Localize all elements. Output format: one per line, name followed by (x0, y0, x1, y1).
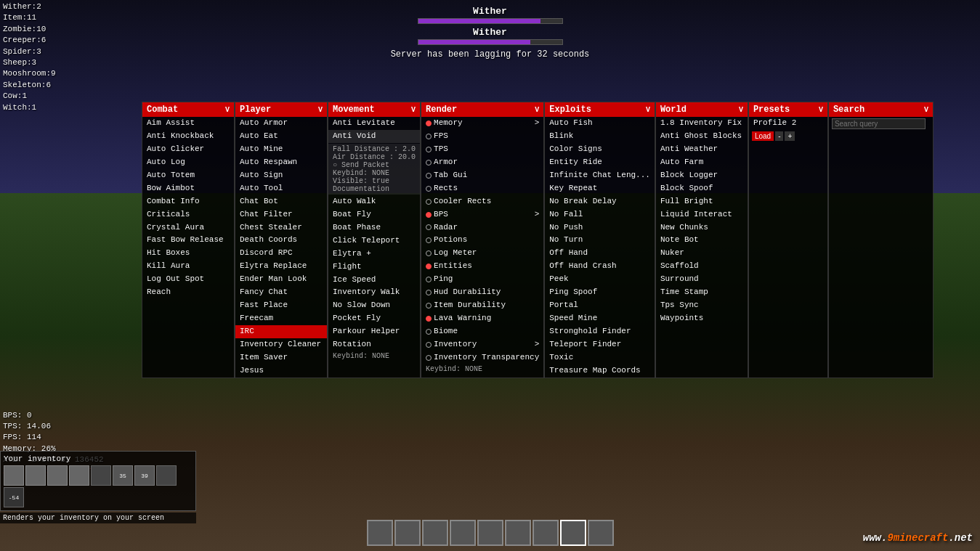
combat-crystal-aura[interactable]: Crystal Aura (142, 221, 234, 234)
world-inventory-fix[interactable]: 1.8 Inventory Fix (656, 117, 748, 130)
inv-slot-8[interactable] (156, 465, 177, 486)
movement-inventory-walk[interactable]: Inventory Walk (328, 286, 420, 299)
exploits-key-repeat[interactable]: Key Repeat (545, 182, 655, 195)
world-full-bright[interactable]: Full Bright (656, 195, 748, 208)
player-header[interactable]: Player V (235, 102, 327, 117)
exploits-blink[interactable]: Blink (545, 130, 655, 143)
hotbar-slot-8[interactable] (560, 520, 586, 546)
player-fancy-chat[interactable]: Fancy Chat (235, 286, 327, 299)
exploits-ping-spoof[interactable]: Ping Spoof (545, 286, 655, 299)
render-entities[interactable]: Entities (421, 260, 543, 273)
movement-anti-levitate[interactable]: Anti Levitate (328, 117, 420, 130)
hotbar-slot-6[interactable] (505, 520, 531, 546)
exploits-no-push[interactable]: No Push (545, 221, 655, 234)
world-auto-farm[interactable]: Auto Farm (656, 156, 748, 169)
movement-flight[interactable]: Flight (328, 261, 420, 274)
player-ender-man-look[interactable]: Ender Man Look (235, 273, 327, 286)
render-memory[interactable]: Memory > (421, 117, 543, 130)
combat-bow-aimbot[interactable]: Bow Aimbot (142, 182, 234, 195)
combat-aim-assist[interactable]: Aim Assist (142, 117, 234, 130)
player-chat-bot[interactable]: Chat Bot (235, 195, 327, 208)
player-freecam[interactable]: Freecam (235, 312, 327, 325)
presets-plus-button[interactable]: + (785, 131, 795, 141)
hotbar-slot-9[interactable] (588, 520, 614, 546)
render-radar[interactable]: Radar (421, 221, 543, 234)
player-item-saver[interactable]: Item Saver (235, 351, 327, 364)
exploits-portal[interactable]: Portal (545, 299, 655, 312)
combat-header[interactable]: Combat V (142, 102, 234, 117)
exploits-infinite-chat[interactable]: Infinite Chat Leng... (545, 169, 655, 182)
player-auto-armor[interactable]: Auto Armor (235, 117, 327, 130)
player-elytra-replace[interactable]: Elytra Replace (235, 260, 327, 273)
render-tps[interactable]: TPS (421, 143, 543, 156)
exploits-header[interactable]: Exploits V (545, 102, 655, 117)
player-discord-rpc[interactable]: Discord RPC (235, 247, 327, 260)
hotbar-slot-5[interactable] (477, 520, 503, 546)
hotbar-slot-3[interactable] (422, 520, 448, 546)
world-block-spoof[interactable]: Block Spoof (656, 182, 748, 195)
world-liquid-interact[interactable]: Liquid Interact (656, 208, 748, 221)
combat-hit-boxes[interactable]: Hit Boxes (142, 247, 234, 260)
player-death-coords[interactable]: Death Coords (235, 234, 327, 247)
combat-anti-knockback[interactable]: Anti Knockback (142, 130, 234, 143)
render-potions[interactable]: Potions (421, 234, 543, 247)
exploits-auto-fish[interactable]: Auto Fish (545, 117, 655, 130)
movement-boat-fly[interactable]: Boat Fly (328, 208, 420, 221)
inv-offhand-slot[interactable]: -54 (4, 487, 24, 507)
render-armor[interactable]: Armor (421, 156, 543, 169)
player-irc[interactable]: IRC (235, 325, 327, 338)
combat-auto-log[interactable]: Auto Log (142, 156, 234, 169)
inv-slot-4[interactable] (69, 465, 89, 486)
presets-minus-button[interactable]: - (775, 131, 783, 141)
movement-header[interactable]: Movement V (328, 102, 420, 117)
combat-auto-totem[interactable]: Auto Totem (142, 169, 234, 182)
world-new-chunks[interactable]: New Chunks (656, 221, 748, 234)
player-auto-respawn[interactable]: Auto Respawn (235, 156, 327, 169)
player-jesus[interactable]: Jesus (235, 364, 327, 377)
movement-anti-void[interactable]: Anti Void (328, 130, 420, 143)
render-rects[interactable]: Rects (421, 182, 543, 195)
render-tab-gui[interactable]: Tab Gui (421, 169, 543, 182)
render-cooler-rects[interactable]: Cooler Rects (421, 195, 543, 208)
movement-parkour-helper[interactable]: Parkour Helper (328, 325, 420, 338)
player-chat-filter[interactable]: Chat Filter (235, 208, 327, 221)
exploits-color-signs[interactable]: Color Signs (545, 143, 655, 156)
combat-criticals[interactable]: Criticals (142, 208, 234, 221)
combat-fast-bow[interactable]: Fast Bow Release (142, 234, 234, 247)
inv-slot-7[interactable]: 39 (134, 465, 155, 486)
world-surround[interactable]: Surround (656, 273, 748, 286)
exploits-off-hand[interactable]: Off Hand (545, 247, 655, 260)
world-tps-sync[interactable]: Tps Sync (656, 299, 748, 312)
hotbar-slot-2[interactable] (394, 520, 421, 546)
search-header[interactable]: Search V (829, 102, 933, 117)
movement-send-packet[interactable]: ○ Send Packet (333, 161, 416, 169)
search-input[interactable] (832, 118, 926, 129)
render-lava-warning[interactable]: Lava Warning (421, 312, 543, 325)
player-auto-mine[interactable]: Auto Mine (235, 143, 327, 156)
exploits-teleport-finder[interactable]: Teleport Finder (545, 338, 655, 351)
world-scaffold[interactable]: Scaffold (656, 260, 748, 273)
player-chest-stealer[interactable]: Chest Stealer (235, 221, 327, 234)
player-auto-eat[interactable]: Auto Eat (235, 130, 327, 143)
movement-pocket-fly[interactable]: Pocket Fly (328, 312, 420, 325)
combat-combat-info[interactable]: Combat Info (142, 195, 234, 208)
combat-log-out-spot[interactable]: Log Out Spot (142, 273, 234, 286)
render-fps[interactable]: FPS (421, 130, 543, 143)
player-auto-sign[interactable]: Auto Sign (235, 169, 327, 182)
render-ping[interactable]: Ping (421, 273, 543, 286)
render-header[interactable]: Render V (421, 102, 543, 117)
movement-elytra-plus[interactable]: Elytra + (328, 248, 420, 261)
render-hud-durability[interactable]: Hud Durability (421, 286, 543, 299)
combat-reach[interactable]: Reach (142, 286, 234, 299)
world-time-stamp[interactable]: Time Stamp (656, 286, 748, 299)
render-log-meter[interactable]: Log Meter (421, 247, 543, 260)
movement-boat-phase[interactable]: Boat Phase (328, 221, 420, 234)
world-nuker[interactable]: Nuker (656, 247, 748, 260)
inv-slot-1[interactable] (4, 465, 24, 486)
movement-ice-speed[interactable]: Ice Speed (328, 274, 420, 287)
inv-slot-3[interactable] (47, 465, 68, 486)
exploits-toxic[interactable]: Toxic (545, 351, 655, 364)
inv-slot-2[interactable] (25, 465, 46, 486)
inv-slot-6[interactable]: 35 (113, 465, 133, 486)
player-inventory-cleaner[interactable]: Inventory Cleaner (235, 338, 327, 351)
